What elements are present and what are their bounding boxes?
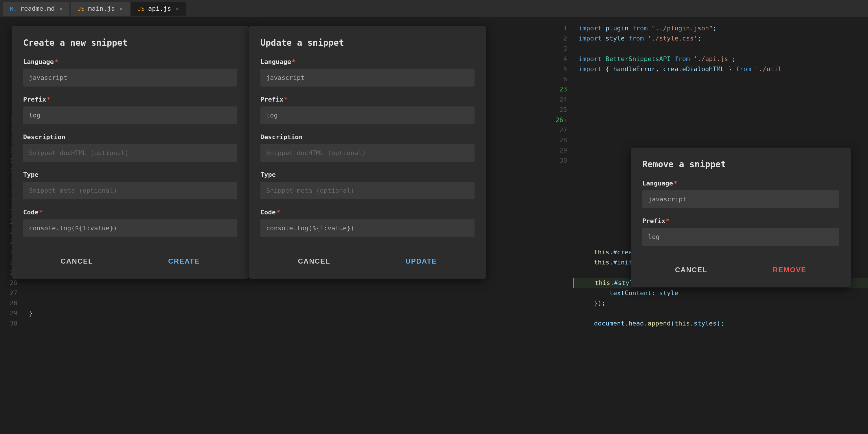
update-code-input[interactable] [260, 219, 474, 237]
required-star: * [276, 209, 280, 216]
create-language-group: Language* [23, 58, 237, 93]
required-star: * [292, 58, 296, 65]
update-dialog-actions: CANCEL UPDATE [260, 250, 474, 270]
update-language-group: Language* [260, 58, 474, 93]
code-line: } [23, 308, 275, 318]
update-code-label: Code* [260, 209, 474, 216]
update-type-label: Type [260, 171, 474, 178]
create-prefix-input[interactable] [23, 106, 237, 124]
create-language-label: Language* [23, 58, 237, 65]
code-line-r28: }); [573, 298, 868, 308]
required-star: * [666, 217, 670, 224]
create-dialog-actions: CANCEL CREATE [23, 250, 237, 270]
create-prefix-group: Prefix* [23, 96, 237, 131]
tab-readme-close[interactable]: ✕ [59, 5, 62, 11]
create-cancel-button[interactable]: CANCEL [49, 253, 105, 270]
line-numbers-right: 123 4 56 232425 26+27282930 [550, 23, 573, 329]
remove-cancel-button[interactable]: CANCEL [663, 261, 719, 279]
code-line-r2: import style from './style.css'; [573, 33, 868, 43]
create-dialog-title: Create a new snippet [23, 38, 237, 48]
update-prefix-group: Prefix* [260, 96, 474, 131]
update-language-label: Language* [260, 58, 474, 65]
update-snippet-dialog: Update a snippet Language* Prefix* Descr… [249, 26, 486, 279]
tab-readme-label: readme.md [20, 5, 55, 12]
code-line [23, 278, 275, 288]
create-type-group: Type [23, 171, 237, 206]
update-prefix-input[interactable] [260, 106, 474, 124]
tab-api-label: api.js [148, 5, 171, 12]
required-star: * [54, 58, 58, 65]
remove-language-label: Language* [642, 180, 839, 187]
required-star: * [674, 180, 677, 187]
update-cancel-button[interactable]: CANCEL [286, 253, 342, 270]
create-type-input[interactable] [23, 182, 237, 199]
code-line [23, 298, 275, 308]
remove-dialog-title: Remove a snippet [642, 159, 839, 169]
create-submit-button[interactable]: CREATE [157, 253, 211, 270]
tab-api-close[interactable]: ✕ [176, 5, 179, 11]
code-line-r5: import { handleError, createDialogHTML }… [573, 64, 868, 74]
code-line-r7 [573, 84, 868, 94]
remove-prefix-input[interactable] [642, 228, 839, 246]
required-star: * [46, 96, 50, 103]
remove-snippet-dialog: Remove a snippet Language* Prefix* CANCE… [631, 148, 850, 287]
remove-submit-button[interactable]: REMOVE [761, 261, 818, 279]
code-line-r11 [573, 125, 868, 135]
create-description-input[interactable] [23, 144, 237, 162]
create-code-label: Code* [23, 209, 237, 216]
update-description-group: Description [260, 133, 474, 169]
code-line-r27: textContent: style [573, 288, 868, 298]
remove-prefix-label: Prefix* [642, 217, 839, 224]
remove-prefix-group: Prefix* [642, 217, 839, 253]
update-description-input[interactable] [260, 144, 474, 162]
code-line-r9 [573, 105, 868, 115]
update-type-input[interactable] [260, 182, 474, 199]
update-submit-button[interactable]: UPDATE [394, 253, 448, 270]
code-line-r30: document.head.append(this.styles); [573, 318, 868, 329]
tab-api[interactable]: JS api.js ✕ [131, 2, 186, 16]
code-line-r4: import BetterSnippetsAPI from './api.js'… [573, 54, 868, 64]
create-prefix-label: Prefix* [23, 96, 237, 103]
create-code-input[interactable] [23, 219, 237, 237]
required-star: * [284, 96, 288, 103]
tab-main-label: main.js [88, 5, 115, 12]
create-language-input[interactable] [23, 69, 237, 87]
tab-main[interactable]: JS main.js ✕ [71, 2, 130, 16]
required-star: * [39, 209, 43, 216]
remove-language-input[interactable] [642, 190, 839, 208]
code-line-r12 [573, 135, 868, 145]
create-type-label: Type [23, 171, 237, 178]
remove-language-group: Language* [642, 180, 839, 215]
update-code-group: Code* [260, 209, 474, 244]
create-description-label: Description [23, 133, 237, 141]
tab-main-close[interactable]: ✕ [120, 5, 123, 11]
update-language-input[interactable] [260, 69, 474, 87]
code-line-r6 [573, 74, 868, 84]
update-prefix-label: Prefix* [260, 96, 474, 103]
create-code-group: Code* [23, 209, 237, 244]
js-icon-main: JS [78, 5, 85, 12]
tab-readme[interactable]: M↓ readme.md ✕ [3, 2, 69, 16]
code-line-r1: import plugin from "../plugin.json"; [573, 23, 868, 33]
update-dialog-title: Update a snippet [260, 38, 474, 48]
update-type-group: Type [260, 171, 474, 206]
create-description-group: Description [23, 133, 237, 169]
code-line-r29 [573, 308, 868, 318]
create-snippet-dialog: Create a new snippet Language* Prefix* D… [11, 26, 249, 279]
code-line-r8 [573, 94, 868, 104]
remove-dialog-actions: CANCEL REMOVE [642, 258, 839, 279]
code-line [23, 288, 275, 298]
markdown-icon: M↓ [10, 5, 17, 12]
code-line-r10 [573, 115, 868, 125]
js-icon-api: JS [138, 5, 145, 12]
code-line-r3 [573, 43, 868, 54]
main-area: 12345 678910 1112131415 1617181920 21222… [0, 18, 868, 434]
tab-bar: M↓ readme.md ✕ JS main.js ✕ JS api.js ✕ [0, 0, 868, 18]
update-description-label: Description [260, 133, 474, 141]
